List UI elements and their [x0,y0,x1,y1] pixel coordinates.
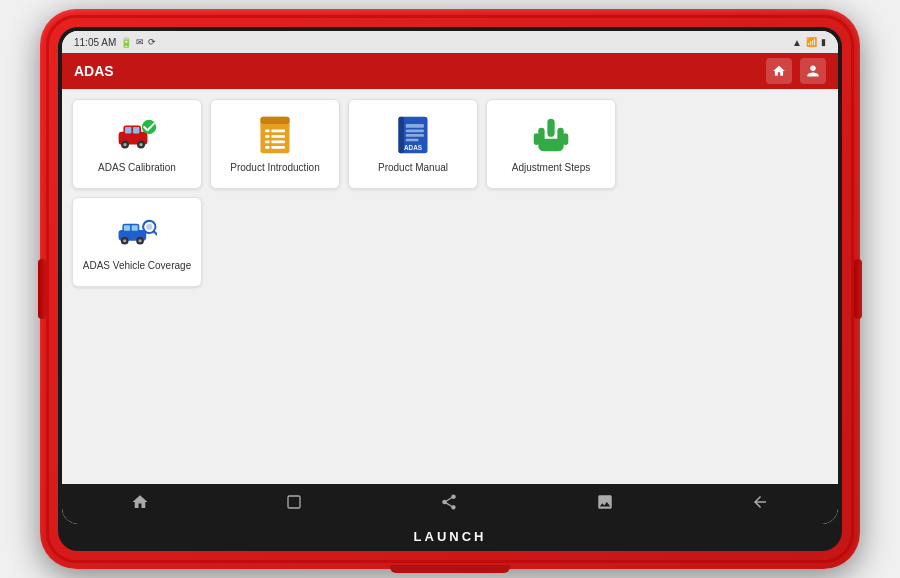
product-manual-tile[interactable]: ADAS Product Manual [348,99,478,189]
status-right: ▲ 📶 ▮ [792,37,826,48]
product-introduction-tile[interactable]: Product Introduction [210,99,340,189]
screen: 11:05 AM 🔋 ✉ ⟳ ▲ 📶 ▮ ADAS [62,31,838,524]
svg-rect-24 [406,138,419,141]
grid-row-2: ADAS Vehicle Coverage [72,197,828,287]
svg-rect-31 [538,138,563,151]
svg-text:ADAS: ADAS [404,143,422,150]
adas-calibration-tile[interactable]: ADAS Calibration [72,99,202,189]
svg-rect-2 [125,127,131,133]
adjustment-steps-label: Adjustment Steps [508,161,594,174]
adjustment-steps-icon [531,115,571,155]
grid-row-1: ADAS Calibration [72,99,828,189]
svg-rect-17 [265,145,270,148]
svg-rect-13 [265,135,270,138]
nav-bar [62,484,838,524]
connector-bottom [390,565,510,573]
product-introduction-label: Product Introduction [226,161,324,174]
svg-rect-18 [271,145,285,148]
time-display: 11:05 AM [74,37,116,48]
tablet-shell: 11:05 AM 🔋 ✉ ⟳ ▲ 📶 ▮ ADAS [40,9,860,569]
screen-bezel: 11:05 AM 🔋 ✉ ⟳ ▲ 📶 ▮ ADAS [58,27,842,551]
adjustment-steps-tile[interactable]: Adjustment Steps [486,99,616,189]
svg-line-42 [154,231,157,234]
nav-home-icon[interactable] [123,489,157,519]
svg-point-7 [139,143,142,146]
main-content: ADAS Calibration [62,89,838,484]
product-manual-label: Product Manual [374,161,452,174]
svg-rect-16 [271,140,285,143]
svg-point-41 [146,223,152,229]
adas-cal-icon [117,115,157,155]
app-bar-icons [766,58,826,84]
svg-rect-34 [124,225,130,230]
app-bar: ADAS [62,53,838,89]
nav-square-icon[interactable] [278,490,310,518]
vehicle-coverage-tile[interactable]: ADAS Vehicle Coverage [72,197,202,287]
svg-rect-14 [271,135,285,138]
product-manual-icon: ADAS [393,115,433,155]
svg-rect-12 [271,129,285,132]
svg-point-39 [139,239,142,242]
svg-rect-23 [406,134,424,137]
grip-right [854,259,862,319]
app-bar-title: ADAS [74,63,114,79]
svg-rect-21 [406,124,424,128]
adas-calibration-label: ADAS Calibration [94,161,180,174]
profile-button[interactable] [800,58,826,84]
nav-back-icon[interactable] [743,489,777,519]
nav-share-icon[interactable] [432,489,466,519]
svg-rect-3 [133,127,139,133]
svg-rect-35 [132,225,138,230]
notification-icon: ✉ [136,37,144,47]
svg-rect-43 [288,496,300,508]
vehicle-coverage-label: ADAS Vehicle Coverage [79,259,195,272]
wifi-status-icon: ▲ [792,37,802,48]
signal-status-icon: 📶 [806,37,817,47]
sync-icon: ⟳ [148,37,156,47]
home-button[interactable] [766,58,792,84]
svg-rect-26 [547,118,554,136]
svg-point-37 [123,239,126,242]
battery-status-icon: ▮ [821,37,826,47]
status-bar: 11:05 AM 🔋 ✉ ⟳ ▲ 📶 ▮ [62,31,838,53]
svg-rect-22 [406,129,424,132]
vehicle-coverage-icon [117,213,157,253]
svg-rect-15 [265,140,270,143]
product-intro-icon [255,115,295,155]
battery-icon: 🔋 [120,37,132,48]
launch-brand: LAUNCH [62,524,838,547]
svg-rect-11 [265,129,270,132]
svg-rect-10 [260,116,289,123]
nav-image-icon[interactable] [588,489,622,519]
grip-left [38,259,46,319]
status-left: 11:05 AM 🔋 ✉ ⟳ [74,37,156,48]
svg-point-5 [123,143,126,146]
